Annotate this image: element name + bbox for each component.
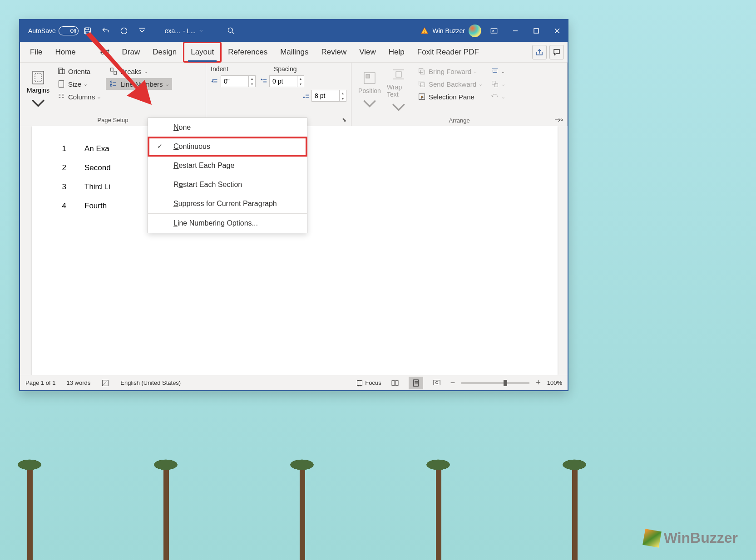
avatar[interactable] — [469, 25, 481, 37]
zoom-slider[interactable] — [461, 382, 529, 384]
svg-rect-26 — [114, 71, 116, 74]
tab-mailings[interactable]: Mailings — [274, 42, 315, 63]
svg-rect-63 — [434, 380, 440, 385]
spacing-before-input[interactable]: ▴▾ — [269, 75, 304, 87]
svg-rect-47 — [420, 83, 425, 87]
ribbon: Margins Orienta Size ⌵ Columns ⌵ Breaks … — [20, 63, 568, 126]
dropdown-options[interactable]: Line Numbering Options... — [148, 214, 307, 233]
align-button[interactable]: ⌵ — [487, 65, 508, 77]
dropdown-continuous[interactable]: Continuous — [148, 137, 307, 156]
orientation-button[interactable]: Orienta — [54, 65, 104, 77]
svg-rect-11 — [534, 29, 539, 33]
zoom-in-button[interactable]: + — [536, 378, 541, 388]
svg-rect-58 — [395, 380, 398, 385]
svg-text:1: 1 — [110, 80, 112, 84]
spacing-before-icon — [259, 77, 267, 85]
svg-rect-9 — [491, 29, 497, 33]
proofing-icon[interactable] — [101, 379, 109, 387]
tab-design[interactable]: Design — [146, 42, 183, 63]
language-indicator[interactable]: English (United States) — [120, 379, 181, 386]
qat-customize[interactable] — [133, 20, 151, 42]
undo-button[interactable] — [97, 20, 115, 42]
search-button[interactable] — [222, 20, 240, 42]
svg-point-8 — [425, 32, 425, 33]
page-setup-group-label: Page Setup — [98, 117, 128, 123]
arrange-group-label: Arrange — [449, 117, 469, 124]
tab-layout[interactable]: Layout — [183, 42, 222, 63]
dropdown-restart-section[interactable]: Reestart Each Section — [148, 175, 307, 194]
rotate-button[interactable]: ⌵ — [487, 91, 508, 103]
tab-review[interactable]: Review — [315, 42, 353, 63]
paragraph-launcher[interactable]: ⬊ — [342, 117, 346, 123]
tab-home[interactable]: Home — [49, 42, 82, 63]
dropdown-suppress[interactable]: Suppress for Current Paragraph — [148, 194, 307, 214]
word-count[interactable]: 13 words — [67, 379, 91, 386]
tab-help[interactable]: Help — [382, 42, 411, 63]
size-button[interactable]: Size ⌵ — [54, 78, 104, 90]
tab-references[interactable]: References — [222, 42, 274, 63]
svg-rect-48 — [419, 81, 423, 85]
document-title: exa... - L... — [165, 27, 204, 34]
spacing-label: Spacing — [274, 65, 297, 73]
svg-rect-46 — [420, 70, 425, 74]
indent-left-input[interactable]: ▴▾ — [221, 75, 256, 87]
zoom-out-button[interactable]: − — [450, 378, 455, 388]
dropdown-restart-page[interactable]: Restart Each Page — [148, 156, 307, 175]
send-backward-button[interactable]: Send Backward ⌵ — [414, 78, 485, 90]
selection-pane-button[interactable]: Selection Pane — [414, 91, 485, 103]
svg-point-64 — [435, 381, 438, 383]
line-numbers-button[interactable]: 12Line Numbers ⌵ — [106, 78, 172, 90]
autosave-toggle[interactable]: AutoSave Off — [28, 26, 79, 35]
comments-button[interactable] — [549, 45, 564, 59]
wrap-text-button[interactable]: Wrap Text — [385, 65, 412, 116]
tab-insert[interactable]: ert — [82, 42, 116, 63]
svg-point-5 — [228, 28, 232, 32]
svg-rect-14 — [33, 71, 44, 84]
svg-rect-52 — [492, 81, 495, 84]
autosave-label: AutoSave — [28, 27, 56, 34]
web-layout-button[interactable] — [430, 377, 444, 389]
zoom-level[interactable]: 100% — [547, 379, 562, 386]
svg-rect-45 — [419, 69, 423, 73]
ribbon-display-options[interactable] — [485, 20, 503, 42]
tab-view[interactable]: View — [353, 42, 382, 63]
ribbon-tabs: File Home ert Draw Design Layout Referen… — [20, 42, 568, 63]
spacing-after-input[interactable]: ▴▾ — [311, 90, 346, 102]
svg-rect-41 — [366, 74, 370, 78]
tab-draw[interactable]: Draw — [116, 42, 147, 63]
print-layout-button[interactable] — [409, 377, 423, 389]
tab-foxit[interactable]: Foxit Reader PDF — [411, 42, 485, 63]
svg-point-54 — [561, 119, 563, 121]
breaks-button[interactable]: Breaks ⌵ — [106, 65, 172, 77]
collapse-ribbon-icon[interactable] — [554, 117, 563, 123]
svg-line-6 — [232, 32, 234, 34]
statusbar: Page 1 of 1 13 words English (United Sta… — [20, 375, 568, 390]
svg-rect-16 — [59, 68, 63, 74]
group-button[interactable]: ⌵ — [487, 78, 508, 90]
svg-point-3 — [121, 28, 127, 34]
share-button[interactable] — [532, 45, 547, 59]
position-button[interactable]: Position — [356, 65, 383, 116]
svg-rect-18 — [59, 81, 64, 87]
user-name: Win Buzzer — [432, 27, 465, 34]
maximize-button[interactable] — [526, 20, 547, 42]
line-numbers-dropdown: None Continuous Restart Each Page Reesta… — [148, 118, 307, 233]
svg-rect-56 — [357, 380, 362, 385]
redo-button[interactable] — [115, 20, 133, 42]
svg-rect-42 — [396, 72, 401, 77]
word-window: AutoSave Off exa... - L... Win Buzzer Fi… — [19, 19, 568, 391]
page-indicator[interactable]: Page 1 of 1 — [25, 379, 56, 386]
watermark: WinBuzzer — [644, 530, 738, 546]
tab-file[interactable]: File — [24, 42, 49, 63]
minimize-button[interactable] — [505, 20, 526, 42]
dropdown-none[interactable]: None — [148, 118, 307, 137]
autosave-state: Off — [70, 29, 76, 34]
close-button[interactable] — [547, 20, 568, 42]
svg-rect-59 — [413, 379, 418, 386]
save-button[interactable] — [79, 20, 97, 42]
margins-button[interactable]: Margins — [25, 65, 52, 115]
read-mode-button[interactable] — [388, 377, 402, 389]
focus-mode-button[interactable]: Focus — [356, 379, 381, 387]
bring-forward-button[interactable]: Bring Forward ⌵ — [414, 65, 485, 77]
columns-button[interactable]: Columns ⌵ — [54, 91, 104, 103]
